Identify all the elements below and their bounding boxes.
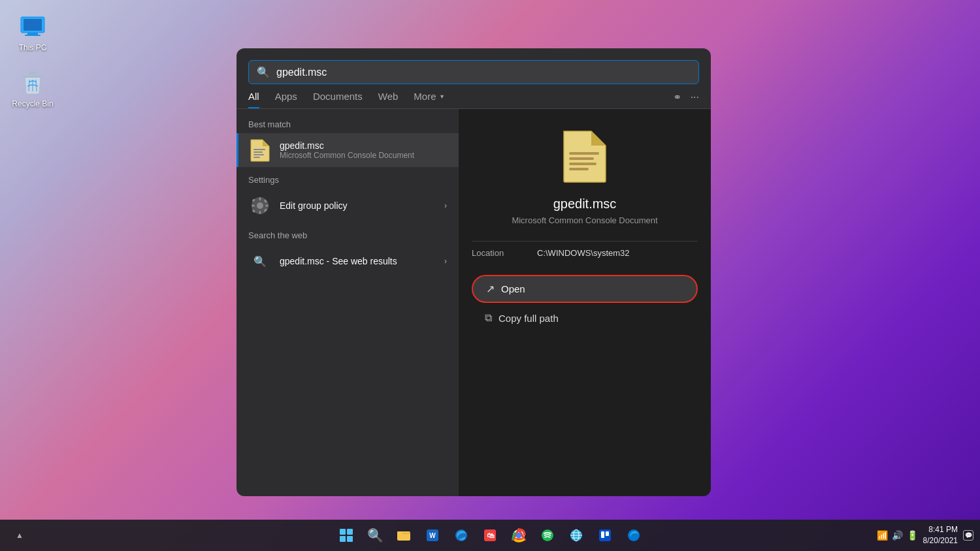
left-panel: Best match xyxy=(237,109,459,496)
chevron-right-icon: › xyxy=(444,201,447,210)
svg-point-41 xyxy=(542,529,553,541)
msc-file-icon xyxy=(248,138,272,162)
svg-rect-10 xyxy=(253,151,263,153)
svg-rect-18 xyxy=(265,205,269,207)
content-area: Best match xyxy=(237,109,711,496)
taskbar-center-icons: 🔍 W xyxy=(333,522,647,548)
web-search-text: gpedit.msc - See web results xyxy=(280,255,436,267)
svg-rect-1 xyxy=(24,19,42,31)
taskbar-edge[interactable] xyxy=(448,522,474,548)
svg-rect-5 xyxy=(29,72,37,74)
desktop: This PC Recycle Bin 🔍 gpedit.msc xyxy=(0,0,980,551)
location-label: Location xyxy=(472,248,524,258)
svg-point-40 xyxy=(516,533,521,538)
web-search-icon: 🔍 xyxy=(248,249,272,273)
open-external-icon: ↗ xyxy=(486,283,495,295)
copy-path-button[interactable]: ⧉ Copy full path xyxy=(472,306,698,330)
open-label: Open xyxy=(501,283,525,294)
this-pc-icon xyxy=(18,12,47,40)
taskbar-right: 📶 🔊 🔋 8:41 PM 8/20/2021 💬 xyxy=(877,524,973,546)
svg-rect-29 xyxy=(340,536,346,542)
svg-rect-27 xyxy=(340,529,346,535)
detail-filename: gpedit.msc xyxy=(553,197,617,212)
svg-rect-47 xyxy=(599,529,611,541)
copy-icon: ⧉ xyxy=(485,312,492,324)
desktop-icon-recycle-bin[interactable]: Recycle Bin xyxy=(7,64,59,112)
taskbar-trello[interactable] xyxy=(592,522,618,548)
result-edit-group-policy[interactable]: Edit group policy › xyxy=(237,189,459,223)
taskbar-edge-2[interactable] xyxy=(621,522,647,548)
svg-rect-24 xyxy=(569,157,594,160)
search-query[interactable]: gpedit.msc xyxy=(276,67,691,78)
best-match-label: Best match xyxy=(237,119,459,129)
tab-documents[interactable]: Documents xyxy=(313,91,363,108)
search-bar-container: 🔍 gpedit.msc xyxy=(237,48,711,84)
search-web-label: Search the web xyxy=(237,230,459,240)
gpedit-msc-subtitle: Microsoft Common Console Document xyxy=(280,151,447,160)
gpedit-msc-title: gpedit.msc xyxy=(280,140,447,151)
time-date[interactable]: 8:41 PM 8/20/2021 xyxy=(923,524,958,546)
location-value: C:\WINDOWS\system32 xyxy=(537,248,630,258)
svg-rect-23 xyxy=(569,152,599,155)
taskbar-globe[interactable] xyxy=(563,522,589,548)
svg-rect-9 xyxy=(253,149,265,150)
chevron-down-icon: ▾ xyxy=(440,93,444,100)
tab-more[interactable]: More ▾ xyxy=(414,91,443,108)
svg-rect-12 xyxy=(253,157,260,158)
open-button[interactable]: ↗ Open xyxy=(472,275,698,303)
svg-rect-11 xyxy=(253,154,264,155)
share-icon[interactable]: ⚭ xyxy=(673,91,681,103)
date: 8/20/2021 xyxy=(923,535,958,546)
battery-icon: 🔋 xyxy=(907,530,918,541)
detail-filetype: Microsoft Common Console Document xyxy=(512,215,657,225)
web-chevron-right-icon: › xyxy=(444,257,447,266)
svg-rect-49 xyxy=(606,531,609,536)
taskbar-left: ▲ xyxy=(7,522,33,548)
right-panel: gpedit.msc Microsoft Common Console Docu… xyxy=(459,109,711,496)
svg-rect-15 xyxy=(259,197,261,200)
taskbar-spotify[interactable] xyxy=(534,522,561,548)
svg-rect-4 xyxy=(22,76,43,78)
system-icons: 📶 🔊 🔋 xyxy=(877,530,918,541)
taskbar-search-button[interactable]: 🔍 xyxy=(362,522,388,548)
file-icon-large xyxy=(561,129,608,186)
result-gpedit-msc[interactable]: gpedit.msc Microsoft Common Console Docu… xyxy=(237,133,459,167)
svg-rect-28 xyxy=(347,529,353,535)
svg-rect-17 xyxy=(252,205,255,207)
edit-group-policy-title: Edit group policy xyxy=(280,200,436,211)
wifi-icon: 📶 xyxy=(877,530,888,541)
tab-all[interactable]: All xyxy=(248,91,259,108)
taskbar-pinned-1[interactable]: W xyxy=(419,522,446,548)
tab-web[interactable]: Web xyxy=(378,91,399,108)
recycle-bin-icon xyxy=(18,68,47,97)
taskbar-file-explorer[interactable] xyxy=(391,522,417,548)
search-bar[interactable]: 🔍 gpedit.msc xyxy=(248,60,699,84)
desktop-icon-this-pc[interactable]: This PC xyxy=(7,8,59,56)
svg-rect-2 xyxy=(27,33,38,35)
recycle-bin-label: Recycle Bin xyxy=(12,99,53,108)
search-icon: 🔍 xyxy=(257,66,270,78)
svg-rect-16 xyxy=(259,211,261,214)
location-row: Location C:\WINDOWS\system32 xyxy=(472,241,698,264)
settings-label: Settings xyxy=(237,175,459,185)
more-options-icon[interactable]: ··· xyxy=(691,91,699,103)
taskbar-notification-icon[interactable]: ▲ xyxy=(7,522,33,548)
svg-rect-26 xyxy=(569,168,589,170)
settings-icon xyxy=(248,194,272,217)
tabs-row: All Apps Documents Web More ▾ ⚭ ··· xyxy=(237,84,711,109)
start-button[interactable] xyxy=(333,522,359,548)
svg-rect-32 xyxy=(397,531,402,534)
web-search-item[interactable]: 🔍 gpedit.msc - See web results › xyxy=(237,244,459,278)
taskbar-chrome[interactable] xyxy=(506,522,532,548)
notification-center[interactable]: 💬 xyxy=(963,530,973,541)
svg-point-14 xyxy=(257,202,263,209)
tab-apps[interactable]: Apps xyxy=(275,91,297,108)
svg-rect-3 xyxy=(25,35,41,36)
clock: 8:41 PM xyxy=(928,524,958,535)
taskbar-store[interactable]: 🛍 xyxy=(477,522,503,548)
web-search-query: gpedit.msc - See web results xyxy=(280,256,397,266)
best-match-section: Best match xyxy=(237,119,459,167)
this-pc-label: This PC xyxy=(19,43,47,52)
svg-rect-25 xyxy=(569,163,596,165)
copy-path-label: Copy full path xyxy=(498,313,559,324)
